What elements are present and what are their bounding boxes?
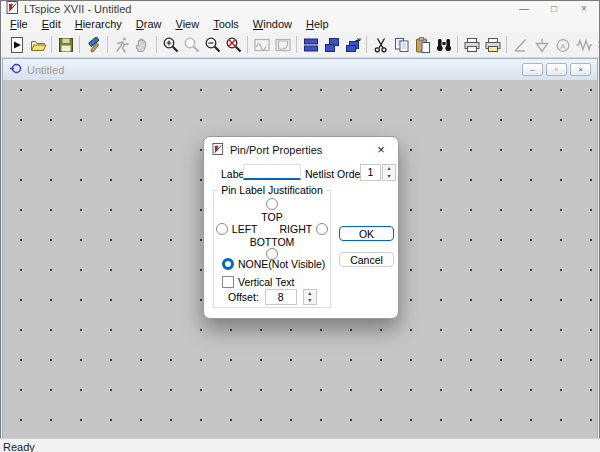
cut-button[interactable] xyxy=(370,34,391,56)
offset-spinner: ▴ ▾ xyxy=(303,289,317,305)
find-button[interactable] xyxy=(433,34,454,56)
svg-text:A: A xyxy=(560,41,566,50)
menu-view[interactable]: View xyxy=(168,17,206,32)
menu-edit[interactable]: Edit xyxy=(35,17,68,32)
radio-none-label[interactable]: NONE(Not Visible) xyxy=(238,258,325,270)
justification-left-right-row: LEFT RIGHT xyxy=(214,223,330,235)
vertical-text-row: Vertical Text xyxy=(214,276,330,288)
app-titlebar: LTspice XVII - Untitled — □ × xyxy=(1,1,599,17)
cancel-button[interactable]: Cancel xyxy=(339,252,394,267)
justification-top-row xyxy=(214,198,330,210)
mdi-close-icon[interactable]: × xyxy=(570,63,591,76)
toolbar-separator xyxy=(156,36,157,53)
zoom-area-button[interactable] xyxy=(181,34,202,56)
maximize-icon[interactable]: □ xyxy=(539,1,569,17)
justification-top-label-row: TOP xyxy=(214,211,330,223)
toolbar-separator xyxy=(247,36,248,53)
menu-bar: File Edit Hierarchy Draw View Tools Wind… xyxy=(1,17,599,32)
radio-left-label[interactable]: LEFT xyxy=(232,223,258,235)
vertical-text-checkbox[interactable] xyxy=(222,276,234,288)
schematic-window-titlebar[interactable]: Untitled – ▫ × xyxy=(3,59,597,81)
menu-tools[interactable]: Tools xyxy=(206,17,246,32)
halt-button[interactable] xyxy=(132,34,153,56)
justification-none-row: NONE(Not Visible) xyxy=(214,258,330,270)
group-title: Pin Label Justification xyxy=(218,184,326,196)
menu-hierarchy[interactable]: Hierarchy xyxy=(68,17,129,32)
schematic-doc-icon xyxy=(9,61,22,79)
zoom-in-button[interactable] xyxy=(160,34,181,56)
save-button[interactable] xyxy=(55,34,76,56)
tile-horizontally-button[interactable] xyxy=(300,34,321,56)
radio-left[interactable] xyxy=(216,223,228,235)
toolbar-separator xyxy=(107,36,108,53)
plot-settings-button[interactable] xyxy=(272,34,293,56)
menu-file[interactable]: File xyxy=(3,17,35,32)
menu-window[interactable]: Window xyxy=(246,17,299,32)
menu-help[interactable]: Help xyxy=(299,17,336,32)
run-button[interactable] xyxy=(111,34,132,56)
offset-value[interactable]: 8 xyxy=(265,289,297,305)
toolbar-separator xyxy=(79,36,80,53)
print-button[interactable] xyxy=(461,34,482,56)
draw-wire-button[interactable] xyxy=(510,34,531,56)
zoom-full-extents-button[interactable] xyxy=(223,34,244,56)
netlist-order-spinner: ▴ ▾ xyxy=(382,164,396,181)
netlist-order-label: Netlist Order: xyxy=(305,168,367,180)
toolbar: A xyxy=(1,32,599,58)
radio-right[interactable] xyxy=(316,223,328,235)
spinner-down-icon[interactable]: ▾ xyxy=(383,173,395,181)
label-input[interactable] xyxy=(243,164,301,180)
app-title: LTspice XVII - Untitled xyxy=(24,3,131,15)
autorange-y-axis-button[interactable] xyxy=(251,34,272,56)
minimize-icon[interactable]: — xyxy=(509,1,539,17)
vertical-text-label[interactable]: Vertical Text xyxy=(238,276,294,288)
status-text: Ready xyxy=(3,441,35,452)
status-bar: Ready xyxy=(0,438,600,452)
close-icon[interactable]: × xyxy=(569,1,599,17)
spinner-down-icon[interactable]: ▾ xyxy=(304,297,316,304)
offset-label: Offset: xyxy=(228,291,259,303)
place-ground-button[interactable] xyxy=(531,34,552,56)
place-resistor-button[interactable] xyxy=(573,34,594,56)
toolbar-separator xyxy=(51,36,52,53)
menu-draw[interactable]: Draw xyxy=(129,17,169,32)
toolbar-separator xyxy=(457,36,458,53)
schematic-window-controls: – ▫ × xyxy=(522,63,591,76)
radio-right-label[interactable]: RIGHT xyxy=(280,223,313,235)
tile-vertically-button[interactable] xyxy=(321,34,342,56)
ok-button[interactable]: OK xyxy=(339,226,394,241)
schematic-window-title: Untitled xyxy=(27,64,64,76)
radio-none-selected[interactable] xyxy=(222,258,234,270)
copy-button[interactable] xyxy=(391,34,412,56)
justification-bottom-label-row: BOTTOM xyxy=(214,236,330,248)
toolbar-separator xyxy=(506,36,507,53)
spinner-up-icon[interactable]: ▴ xyxy=(383,165,395,173)
spinner-up-icon[interactable]: ▴ xyxy=(304,290,316,297)
label-net-button[interactable]: A xyxy=(552,34,573,56)
window-controls: — □ × xyxy=(509,1,599,17)
pin-label-justification-group: Pin Label Justification TOP LEFT RIGHT B… xyxy=(213,190,331,308)
toolbar-separator xyxy=(366,36,367,53)
dialog-close-icon[interactable]: × xyxy=(372,142,390,157)
radio-bottom-label[interactable]: BOTTOM xyxy=(250,236,295,248)
toolbar-separator xyxy=(296,36,297,53)
mdi-minimize-icon[interactable]: – xyxy=(522,63,543,76)
dialog-title: Pin/Port Properties xyxy=(230,144,322,156)
pin-port-properties-dialog: Pin/Port Properties × Label: Netlist Ord… xyxy=(203,136,399,319)
offset-row: Offset: 8 ▴ ▾ xyxy=(214,289,330,305)
netlist-order-value[interactable]: 1 xyxy=(360,164,381,181)
paste-button[interactable] xyxy=(412,34,433,56)
radio-top-label[interactable]: TOP xyxy=(261,211,282,223)
place-capacitor-button[interactable] xyxy=(594,34,599,56)
cascade-windows-button[interactable] xyxy=(342,34,363,56)
radio-top[interactable] xyxy=(266,198,278,210)
mdi-restore-icon[interactable]: ▫ xyxy=(546,63,567,76)
ltspice-logo-icon xyxy=(212,143,224,157)
open-file-button[interactable] xyxy=(27,34,48,56)
print-preview-button[interactable] xyxy=(482,34,503,56)
control-panel-hammer-button[interactable] xyxy=(83,34,104,56)
dialog-titlebar[interactable]: Pin/Port Properties × xyxy=(204,137,398,160)
new-schematic-button[interactable] xyxy=(6,34,27,56)
ltspice-logo-icon xyxy=(6,0,19,18)
zoom-out-button[interactable] xyxy=(202,34,223,56)
